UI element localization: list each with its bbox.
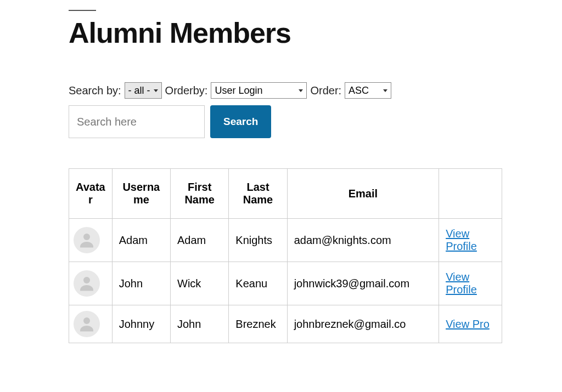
page-title: Alumni Members: [69, 16, 562, 49]
svg-point-2: [83, 317, 90, 324]
search-by-select[interactable]: - all -: [125, 82, 162, 99]
cell-action: View Pro: [439, 305, 502, 343]
header-firstname: First Name: [171, 169, 229, 219]
cell-username: John: [112, 262, 170, 305]
orderby-select[interactable]: User Login: [211, 82, 307, 99]
header-action: [439, 169, 502, 219]
svg-point-0: [83, 234, 90, 240]
cell-email: johnwick39@gmail.com: [287, 262, 439, 305]
cell-action: View Profile: [439, 262, 502, 305]
avatar-icon: [74, 227, 100, 253]
order-select[interactable]: ASC: [345, 82, 391, 99]
cell-action: View Profile: [439, 219, 502, 262]
cell-lastname: Knights: [229, 219, 287, 262]
avatar-cell: [69, 305, 113, 343]
title-separator: [69, 10, 96, 11]
cell-firstname: Wick: [171, 262, 229, 305]
table-row: JohnWickKeanujohnwick39@gmail.comView Pr…: [69, 262, 502, 305]
header-email: Email: [287, 169, 439, 219]
avatar-cell: [69, 262, 113, 305]
view-profile-link[interactable]: View Profile: [446, 228, 477, 252]
view-profile-link[interactable]: View Pro: [446, 318, 490, 330]
cell-username: Johnny: [112, 305, 170, 343]
cell-username: Adam: [112, 219, 170, 262]
search-by-label: Search by:: [69, 84, 121, 97]
view-profile-link[interactable]: View Profile: [446, 271, 477, 296]
search-button[interactable]: Search: [210, 105, 271, 138]
search-input[interactable]: [69, 105, 205, 138]
cell-lastname: Keanu: [229, 262, 287, 305]
order-label: Order:: [310, 84, 341, 97]
avatar-icon: [74, 311, 100, 337]
avatar-cell: [69, 219, 113, 262]
svg-point-1: [83, 277, 90, 283]
members-table: Avatar Username First Name Last Name Ema…: [69, 168, 502, 343]
search-row: Search: [69, 105, 562, 138]
cell-email: adam@knights.com: [287, 219, 439, 262]
table-row: AdamAdamKnightsadam@knights.comView Prof…: [69, 219, 502, 262]
cell-firstname: Adam: [171, 219, 229, 262]
table-header-row: Avatar Username First Name Last Name Ema…: [69, 169, 502, 219]
header-username: Username: [112, 169, 170, 219]
header-lastname: Last Name: [229, 169, 287, 219]
cell-email: johnbreznek@gmail.co: [287, 305, 439, 343]
header-avatar: Avatar: [69, 169, 113, 219]
cell-lastname: Breznek: [229, 305, 287, 343]
filter-bar: Search by: - all - Orderby: User Login O…: [69, 82, 562, 99]
table-row: JohnnyJohnBreznekjohnbreznek@gmail.coVie…: [69, 305, 502, 343]
avatar-icon: [74, 270, 100, 297]
cell-firstname: John: [171, 305, 229, 343]
orderby-label: Orderby:: [165, 84, 208, 97]
